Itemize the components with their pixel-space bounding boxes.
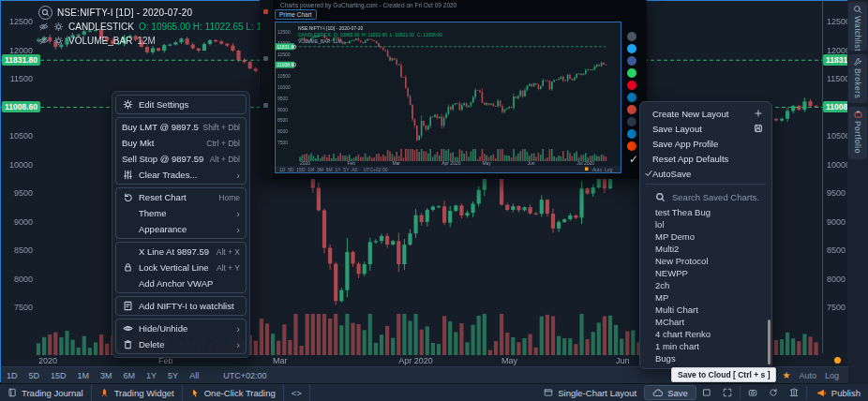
- social-tumblr-icon[interactable]: [627, 117, 636, 126]
- saved-chart-item[interactable]: Multi Chart: [640, 304, 771, 316]
- sidebar-tab-portfolio[interactable]: Portfolio: [848, 107, 867, 159]
- menu-item-appearance[interactable]: Appearance›: [118, 221, 244, 237]
- zoom-icon[interactable]: [38, 6, 52, 20]
- time-tick: Jun: [616, 356, 630, 365]
- columns-button[interactable]: [784, 384, 804, 401]
- layout-icon: [544, 388, 553, 397]
- publish-button[interactable]: Publish: [809, 384, 868, 401]
- camera-button[interactable]: [742, 384, 763, 401]
- social-whatsapp-icon[interactable]: [627, 68, 636, 78]
- saved-chart-item[interactable]: 2ch: [640, 279, 771, 291]
- trading-widget-button[interactable]: Trading Widget: [92, 384, 183, 401]
- timeframe-3m[interactable]: 3M: [95, 371, 118, 380]
- one-click-trading-button[interactable]: One-Click Trading: [183, 384, 284, 401]
- menu-item-buy-mkt[interactable]: Buy MktCtrl + Dbl: [118, 135, 244, 151]
- status-bar: Trading JournalTrading WidgetOne-Click T…: [0, 384, 868, 401]
- expand-button[interactable]: [717, 384, 738, 401]
- menu-item-edit-settings[interactable]: Edit Settings: [118, 97, 244, 112]
- pointer-icon: [190, 388, 200, 398]
- volume-settings-gear-icon[interactable]: [53, 36, 64, 46]
- volume-value: 12M: [137, 36, 155, 46]
- social-linkedin-icon[interactable]: [627, 93, 636, 102]
- social-gmail-icon[interactable]: [627, 105, 636, 114]
- social-facebook-icon[interactable]: [627, 56, 636, 66]
- saved-chart-item[interactable]: MP Demo: [640, 230, 771, 243]
- price-tick: 9000: [1, 218, 33, 227]
- menu-item-delete[interactable]: Delete›: [118, 336, 244, 352]
- confirm-check-icon[interactable]: ✓: [629, 153, 638, 166]
- saved-chart-item[interactable]: MP: [640, 291, 771, 304]
- search-icon: [853, 5, 862, 14]
- menu-item-label: Delete: [139, 339, 232, 349]
- menu-item-add-nifty-i-to-watchlist[interactable]: Add NIFTY-I to watchlist: [118, 298, 244, 314]
- saved-chart-item[interactable]: New Protocol: [640, 255, 771, 267]
- candle-study-name: CANDLESTICK: [68, 22, 134, 32]
- saved-chart-item[interactable]: Bugs: [640, 352, 771, 364]
- timeframe-1m[interactable]: 1M: [72, 371, 96, 380]
- save-button[interactable]: Save: [644, 385, 696, 400]
- sidebar-tab-brokers[interactable]: Brokers: [848, 54, 867, 103]
- timeframe-5y[interactable]: 5Y: [162, 371, 184, 380]
- save-icon: [754, 124, 763, 133]
- social-telegram-icon[interactable]: [627, 129, 636, 139]
- layout-menu: Create New LayoutSave LayoutSave App Pro…: [640, 106, 771, 181]
- menu-section: X Line At 9897.59Alt + XLock Vertical Li…: [115, 242, 247, 293]
- sidebar-tab-watchlist[interactable]: Watchlist: [848, 2, 867, 51]
- favorite-star-icon[interactable]: ★: [782, 370, 790, 380]
- scrollbar-thumb[interactable]: [768, 319, 771, 364]
- timeframe-5d[interactable]: 5D: [23, 371, 46, 380]
- submenu-chevron-icon: ›: [236, 209, 240, 218]
- menu-item-lock-vertical-line[interactable]: Lock Vertical LineAlt + Y: [118, 260, 244, 275]
- status-button-label: One-Click Trading: [204, 388, 276, 398]
- log-scale-button[interactable]: Log: [825, 371, 839, 380]
- timeframe-all[interactable]: All: [184, 371, 204, 380]
- menu-item-x-line-at-9897-59[interactable]: X Line At 9897.59Alt + X: [118, 244, 244, 260]
- study-settings-gear-icon[interactable]: [53, 22, 64, 32]
- timeframe-1y[interactable]: 1Y: [141, 371, 162, 380]
- social-share-icon[interactable]: [627, 32, 636, 41]
- trading-journal-button[interactable]: Trading Journal: [0, 384, 92, 401]
- timeframe-15d[interactable]: 15D: [45, 371, 72, 380]
- price-tick: 10500: [1, 132, 33, 141]
- menu-item-label: Buy Mkt: [122, 138, 202, 148]
- social-twitter-icon[interactable]: [627, 44, 636, 53]
- saved-chart-item[interactable]: lol: [640, 218, 771, 230]
- timezone-label[interactable]: UTC+02:00: [217, 371, 272, 380]
- frame-button[interactable]: [696, 384, 717, 401]
- hide-study-icon[interactable]: [38, 22, 49, 32]
- layout-menu-item-save-app-profile[interactable]: Save App Profile: [640, 136, 771, 151]
- auto-scale-button[interactable]: Auto: [799, 371, 816, 380]
- menu-item-add-anchor-vwap[interactable]: Add Anchor VWAP: [118, 275, 244, 291]
- bookmark-icon: [122, 301, 134, 311]
- menu-item-reset-chart[interactable]: Reset ChartHome: [118, 189, 244, 205]
- timeframe-6m[interactable]: 6M: [118, 371, 142, 380]
- saved-chart-item[interactable]: NEWPP: [640, 267, 771, 279]
- search-icon: [655, 192, 666, 202]
- realtime-indicator-dot[interactable]: [834, 357, 841, 364]
- layout-menu-label: AutoSave: [652, 169, 763, 179]
- timeframe-1d[interactable]: 1D: [1, 371, 23, 380]
- refresh-button[interactable]: [763, 384, 784, 401]
- price-tick: 11500: [827, 75, 849, 83]
- snapshot-tab[interactable]: Prime Chart: [275, 9, 317, 20]
- saved-chart-item[interactable]: MChart: [640, 316, 771, 328]
- layout-menu-item-create-new-layout[interactable]: Create New Layout: [640, 106, 771, 121]
- social-pinterest-icon[interactable]: [627, 81, 636, 90]
- menu-item-clear-trades[interactable]: Clear Trades...›: [118, 167, 244, 183]
- layout-menu-item-reset-app-defaults[interactable]: Reset App Defaults: [640, 151, 771, 166]
- saved-chart-item[interactable]: 1 min chart: [640, 340, 771, 352]
- social-reddit-icon[interactable]: [627, 141, 636, 151]
- layout-menu-item-save-layout[interactable]: Save Layout: [640, 121, 771, 136]
- single-chart-layout-button[interactable]: Single-Chart Layout: [536, 384, 644, 401]
- code-button[interactable]: <>: [284, 384, 310, 401]
- saved-chart-item[interactable]: test Thea Bug: [640, 206, 771, 218]
- hide-volume-icon[interactable]: [38, 36, 49, 46]
- layout-menu-item-autosave[interactable]: AutoSave: [640, 166, 771, 181]
- menu-item-sell-stop-9897-59[interactable]: Sell Stop @ 9897.59Alt + Dbl: [118, 151, 244, 167]
- search-saved-charts-input[interactable]: [672, 192, 766, 202]
- saved-chart-item[interactable]: Multi2: [640, 243, 771, 255]
- menu-item-buy-lmt-9897-59[interactable]: Buy LMT @ 9897.59Shift + Dbl: [118, 119, 244, 135]
- saved-chart-item[interactable]: 4 chart Renko: [640, 328, 771, 340]
- menu-item-hide-unhide[interactable]: Hide/Unhide›: [118, 320, 244, 336]
- menu-item-theme[interactable]: Theme›: [118, 205, 244, 221]
